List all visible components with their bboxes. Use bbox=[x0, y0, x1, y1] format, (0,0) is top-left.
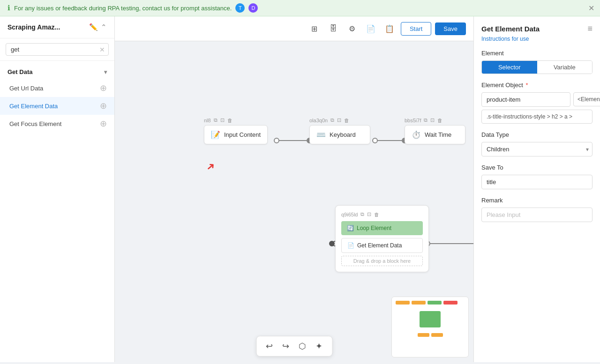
remark-section: Remark bbox=[481, 197, 592, 222]
sidebar-search: ✕ bbox=[0, 38, 114, 61]
file-icon[interactable]: 📄 bbox=[363, 21, 378, 36]
element-object-row: <Element> bbox=[481, 92, 592, 107]
star-button[interactable]: ✦ bbox=[313, 340, 325, 352]
save-button[interactable]: Save bbox=[435, 22, 466, 35]
content-area: ⊞ 🗄 ⚙ 📄 📋 Start Save bbox=[115, 16, 473, 362]
data-type-label: Data Type bbox=[481, 131, 592, 138]
element-object-label: Element Object * bbox=[481, 82, 592, 89]
variable-button[interactable]: Variable bbox=[537, 61, 592, 74]
menu-group-get-data: Get Data ▾ Get Url Data ⊕ Get Element Da… bbox=[0, 65, 114, 133]
element-segment-control: Selector Variable bbox=[481, 60, 592, 74]
element-type-select[interactable]: <Element> bbox=[573, 92, 600, 106]
node-id-ola3q0n: ola3q0n bbox=[309, 118, 328, 123]
required-mark: * bbox=[526, 82, 528, 89]
menu-group-label: Get Data bbox=[8, 68, 32, 75]
drop-hint: Drag & drop a block here bbox=[341, 256, 423, 266]
main-layout: Scraping Amaz... ✏️ ⌃ ✕ Get Data ▾ Get U… bbox=[0, 16, 600, 362]
settings-icon[interactable]: ⚙ bbox=[345, 21, 360, 36]
edit-icon[interactable]: ✏️ bbox=[89, 23, 98, 31]
banner-close-button[interactable]: ✕ bbox=[588, 4, 594, 13]
node-settings-icon-3[interactable]: ⊡ bbox=[430, 117, 435, 123]
sidebar: Scraping Amaz... ✏️ ⌃ ✕ Get Data ▾ Get U… bbox=[0, 16, 115, 362]
sidebar-item-get-element-data[interactable]: Get Element Data ⊕ bbox=[0, 97, 114, 115]
node-wait-icon: ⏱️ bbox=[412, 130, 421, 139]
sidebar-item-get-url-data[interactable]: Get Url Data ⊕ bbox=[0, 79, 114, 97]
sidebar-item-get-focus-element[interactable]: Get Focus Element ⊕ bbox=[0, 115, 114, 133]
node-copy-icon-2[interactable]: ⧉ bbox=[330, 117, 334, 123]
node-id-bbs5i7f: bbs5i7f bbox=[405, 118, 421, 123]
loop-element-node[interactable]: 🔄 Loop Element bbox=[341, 221, 423, 235]
banner-text: For any issues or feedback during RPA te… bbox=[14, 5, 232, 12]
subflow-delete-icon[interactable]: 🗑 bbox=[374, 212, 379, 217]
subflow-copy-icon[interactable]: ⧉ bbox=[360, 211, 364, 217]
search-clear-icon[interactable]: ✕ bbox=[99, 46, 105, 53]
node-delete-icon[interactable]: 🗑 bbox=[227, 118, 232, 123]
collapse-icon[interactable]: ⌃ bbox=[101, 23, 107, 31]
element-object-input[interactable] bbox=[481, 92, 570, 107]
node-copy-icon[interactable]: ⧉ bbox=[214, 117, 218, 123]
sidebar-header-icons: ✏️ ⌃ bbox=[89, 23, 107, 31]
menu-group-header-get-data[interactable]: Get Data ▾ bbox=[0, 65, 114, 79]
add-get-element-data-icon[interactable]: ⊕ bbox=[100, 101, 107, 111]
red-arrow-1: ➜ bbox=[203, 159, 218, 174]
subflow-id: q9i65ld bbox=[341, 212, 358, 217]
canvas: nl8 ⧉ ⊡ 🗑 📝 Input Content ola3q0n ⧉ ⊡ 🗑 bbox=[115, 41, 473, 362]
loop-icon: 🔄 bbox=[347, 225, 354, 231]
node-keyboard-icon: ⌨️ bbox=[316, 130, 326, 139]
remark-input[interactable] bbox=[481, 208, 592, 222]
chevron-up-icon: ▾ bbox=[104, 69, 107, 75]
sidebar-menu: Get Data ▾ Get Url Data ⊕ Get Element Da… bbox=[0, 61, 114, 362]
instructions-link[interactable]: Instructions for use bbox=[481, 36, 592, 42]
right-panel: Get Element Data ≡ Instructions for use … bbox=[473, 16, 600, 362]
get-element-data-node[interactable]: 📄 Get Element Data bbox=[341, 238, 423, 253]
telegram-icon[interactable]: T bbox=[235, 3, 245, 13]
selector-button[interactable]: Selector bbox=[482, 61, 537, 74]
node-keyboard: ola3q0n ⧉ ⊡ 🗑 ⌨️ Keyboard bbox=[309, 117, 370, 144]
get-element-icon: 📄 bbox=[347, 242, 354, 249]
panel-header: Get Element Data ≡ bbox=[481, 24, 592, 34]
sidebar-title: Scraping Amaz... bbox=[8, 23, 60, 31]
subflow-card: q9i65ld ⧉ ⊡ 🗑 🔄 Loop Element 📄 Get Eleme… bbox=[335, 205, 429, 272]
node-input-content: nl8 ⧉ ⊡ 🗑 📝 Input Content bbox=[204, 117, 268, 144]
svg-point-4 bbox=[373, 138, 377, 143]
search-input[interactable] bbox=[6, 43, 109, 56]
node-copy-icon-3[interactable]: ⧉ bbox=[424, 117, 428, 123]
clipboard-icon[interactable]: 📋 bbox=[382, 21, 397, 36]
data-type-select-wrap: Children Text HTML Attribute ▾ bbox=[481, 142, 592, 156]
node-wait-time: bbs5i7f ⧉ ⊡ 🗑 ⏱️ Wait Time bbox=[405, 117, 465, 144]
save-to-section: Save To bbox=[481, 164, 592, 189]
remark-label: Remark bbox=[481, 197, 592, 204]
mini-preview bbox=[391, 297, 469, 357]
undo-button[interactable]: ↩ bbox=[263, 340, 276, 352]
top-banner: ℹ For any issues or feedback during RPA … bbox=[0, 0, 600, 16]
node-settings-icon[interactable]: ⊡ bbox=[220, 117, 225, 123]
add-get-focus-element-icon[interactable]: ⊕ bbox=[100, 119, 107, 129]
node-settings-icon-2[interactable]: ⊡ bbox=[337, 117, 341, 123]
database-icon[interactable]: 🗄 bbox=[326, 21, 341, 36]
panel-title: Get Element Data bbox=[481, 25, 540, 33]
add-get-url-data-icon[interactable]: ⊕ bbox=[100, 83, 107, 93]
data-type-select[interactable]: Children Text HTML Attribute bbox=[481, 142, 592, 156]
cube-button[interactable]: ⬡ bbox=[296, 340, 309, 352]
redo-button[interactable]: ↪ bbox=[279, 340, 292, 352]
save-to-input[interactable] bbox=[481, 175, 592, 189]
bottom-toolbar: ↩ ↪ ⬡ ✦ bbox=[256, 336, 332, 357]
svg-point-9 bbox=[330, 241, 334, 246]
discord-icon[interactable]: D bbox=[248, 3, 258, 13]
svg-point-1 bbox=[274, 138, 279, 143]
node-delete-icon-3[interactable]: 🗑 bbox=[437, 118, 442, 123]
grid-view-icon[interactable]: ⊞ bbox=[307, 21, 322, 36]
sidebar-header: Scraping Amaz... ✏️ ⌃ bbox=[0, 16, 114, 38]
info-icon: ℹ bbox=[8, 4, 10, 12]
node-label: Input Content bbox=[224, 131, 261, 138]
element-section: Element Selector Variable bbox=[481, 50, 592, 74]
node-wait-label: Wait Time bbox=[425, 131, 451, 138]
element-object-section: Element Object * <Element> .s-title-inst… bbox=[481, 82, 592, 124]
toolbar: ⊞ 🗄 ⚙ 📄 📋 Start Save bbox=[115, 16, 473, 41]
start-button[interactable]: Start bbox=[401, 22, 431, 36]
node-icon: 📝 bbox=[211, 130, 220, 139]
node-delete-icon-2[interactable]: 🗑 bbox=[344, 118, 349, 123]
node-id-nl8: nl8 bbox=[204, 118, 211, 123]
subflow-settings-icon[interactable]: ⊡ bbox=[367, 211, 371, 217]
panel-menu-icon[interactable]: ≡ bbox=[587, 24, 592, 34]
